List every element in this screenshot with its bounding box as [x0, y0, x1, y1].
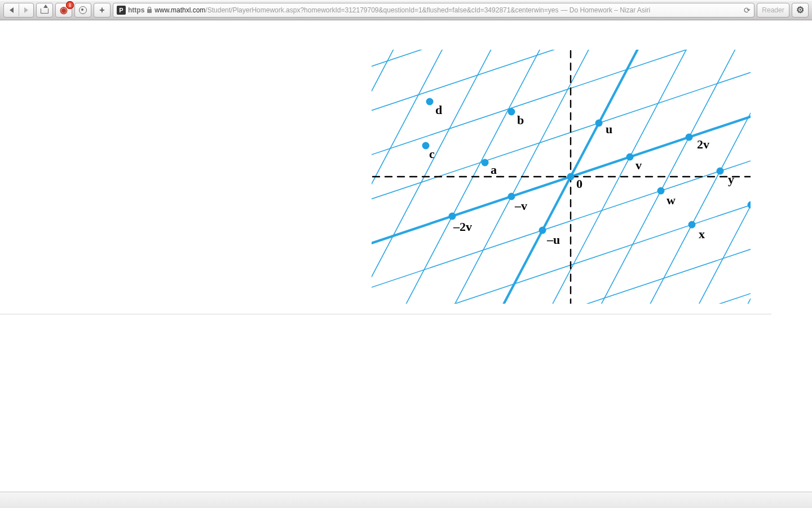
arrow-right-icon	[24, 7, 28, 13]
svg-line-31	[372, 50, 751, 265]
reload-icon[interactable]: ⟳	[744, 6, 751, 15]
url-host: www.mathxl.com	[155, 6, 205, 14]
arrow-left-icon	[10, 7, 14, 13]
back-button[interactable]	[4, 4, 19, 16]
window-footer	[0, 492, 812, 508]
svg-line-33	[372, 50, 751, 212]
https-label: https	[128, 6, 144, 14]
browser-toolbar: ◉ 1 + P https www.mathxl.com /Student/Pl…	[0, 0, 812, 20]
lock-icon	[147, 7, 152, 14]
svg-point-46	[567, 173, 575, 181]
notification-badge: 1	[66, 1, 74, 9]
page-title-suffix: — Do Homework – Nizar Asiri	[561, 6, 650, 14]
url-path: /Student/PlayerHomework.aspx?homeworkId=…	[205, 6, 558, 14]
figure-svg	[372, 50, 751, 304]
svg-point-47	[595, 120, 603, 127]
page-content: 0u–uv2v–v–2vwxyzabcd	[0, 20, 812, 508]
svg-line-5	[372, 249, 751, 304]
svg-point-49	[626, 154, 634, 161]
nav-back-forward-group	[3, 3, 34, 17]
svg-point-54	[689, 221, 696, 229]
svg-point-58	[508, 108, 515, 116]
address-bar[interactable]: P https www.mathxl.com /Student/PlayerHo…	[113, 3, 754, 17]
extension-button-2[interactable]	[74, 3, 91, 17]
svg-point-55	[717, 168, 724, 175]
svg-point-53	[657, 187, 665, 195]
new-tab-button[interactable]: +	[94, 3, 111, 17]
svg-point-56	[748, 202, 751, 209]
svg-point-60	[426, 98, 434, 106]
share-button[interactable]	[36, 3, 53, 17]
svg-point-59	[422, 142, 430, 150]
forward-button[interactable]	[19, 4, 33, 16]
svg-point-57	[482, 159, 489, 167]
target-icon	[79, 6, 87, 14]
share-icon	[41, 7, 48, 14]
gear-icon: ⚙	[796, 6, 804, 15]
vector-grid-figure: 0u–uv2v–v–2vwxyzabcd	[372, 50, 751, 304]
section-divider	[0, 314, 771, 314]
site-favicon: P	[117, 6, 126, 15]
settings-button[interactable]: ⚙	[792, 3, 809, 17]
svg-point-52	[449, 213, 456, 220]
svg-line-37	[372, 50, 751, 104]
svg-point-50	[686, 134, 693, 141]
reader-button[interactable]: Reader	[757, 3, 789, 17]
svg-line-39	[372, 50, 751, 51]
extension-button-1[interactable]: ◉ 1	[55, 3, 72, 17]
svg-point-51	[508, 193, 515, 200]
svg-line-3	[372, 303, 751, 304]
svg-point-48	[539, 227, 546, 234]
